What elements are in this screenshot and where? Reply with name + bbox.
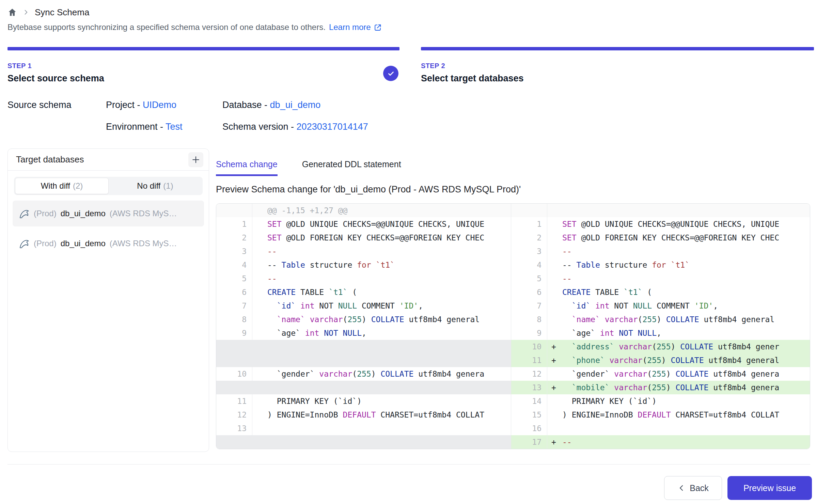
code-line: `name` varchar(255) COLLATE utf8mb4_gene… <box>562 315 810 324</box>
line-number <box>511 204 547 217</box>
diff-row: 3-- <box>511 245 810 258</box>
learn-more-link[interactable]: Learn more <box>329 22 382 32</box>
diff-sign: + <box>547 438 562 446</box>
code-line: `address` varchar(255) COLLATE utf8mb4_g… <box>562 342 810 351</box>
line-number <box>216 353 252 367</box>
tab-schema-change[interactable]: Schema change <box>216 159 278 176</box>
code-line: `id` int NOT NULL COMMENT 'ID', <box>562 301 810 310</box>
line-number: 3 <box>511 245 547 258</box>
diff-row: 4-- Table structure for `t1` <box>511 258 810 272</box>
code-line: -- <box>562 274 810 283</box>
line-number: 8 <box>511 313 547 326</box>
description-text: Bytebase supports synchronizing a specif… <box>7 22 326 32</box>
diff-row: 2SET @OLD_FOREIGN_KEY_CHECKS=@@FOREIGN_K… <box>216 231 511 245</box>
code-line: PRIMARY KEY (`id`) <box>267 397 511 406</box>
database-environment: (Prod) <box>34 209 57 218</box>
step-2: STEP 2 Select target databases <box>421 62 524 84</box>
diff-row: 11 PRIMARY KEY (`id`) <box>216 394 511 408</box>
diff-pane-new: 1SET @OLD_UNIQUE_CHECKS=@@UNIQUE_CHECKS,… <box>511 204 810 449</box>
line-number: 5 <box>511 272 547 285</box>
line-number: 17 <box>511 435 547 449</box>
page-description: Bytebase supports synchronizing a specif… <box>7 22 382 32</box>
code-line: SET @OLD_UNIQUE_CHECKS=@@UNIQUE_CHECKS, … <box>267 220 511 229</box>
diff-row: 17+-- <box>511 435 810 449</box>
diff-sign: + <box>547 356 562 365</box>
code-line: `gender` varchar(255) COLLATE utf8mb4_ge… <box>562 369 810 378</box>
line-number: 5 <box>216 272 252 285</box>
step1-progress-bar <box>7 47 399 50</box>
diff-row: 16 <box>511 422 810 435</box>
check-icon <box>387 69 395 78</box>
source-schema-label: Source schema <box>7 100 72 110</box>
diff-row: 8 `name` varchar(255) COLLATE utf8mb4_ge… <box>216 313 511 326</box>
database-list-item[interactable]: (Prod) db_ui_demo (AWS RDS MyS… <box>13 201 204 226</box>
code-line: CREATE TABLE `t1` ( <box>267 288 511 297</box>
code-line: CREATE TABLE `t1` ( <box>562 288 810 297</box>
code-line: @@ -1,15 +1,27 @@ <box>267 206 511 215</box>
database-name: db_ui_demo <box>61 209 106 218</box>
step1-title: Select source schema <box>7 73 399 84</box>
field-schema-version: Schema version - 20230317014147 <box>222 122 368 132</box>
line-number: 12 <box>216 408 252 422</box>
sync-schema-page: Sync Schema Bytebase supports synchroniz… <box>0 0 816 504</box>
line-number: 6 <box>511 285 547 299</box>
project-link[interactable]: UIDemo <box>143 100 176 110</box>
database-list-item[interactable]: (Prod) db_ui_demo (AWS RDS MyS… <box>13 231 204 256</box>
schema-diff-viewer[interactable]: @@ -1,15 +1,27 @@1SET @OLD_UNIQUE_CHECKS… <box>216 203 810 449</box>
step2-title: Select target databases <box>421 73 524 84</box>
home-icon[interactable] <box>7 7 17 17</box>
diff-row: @@ -1,15 +1,27 @@ <box>216 204 511 217</box>
footer-divider <box>7 464 810 464</box>
diff-row <box>216 353 511 367</box>
tab-generated-ddl[interactable]: Generated DDL statement <box>302 159 401 176</box>
line-number: 2 <box>511 231 547 245</box>
plus-icon <box>191 155 201 164</box>
mysql-icon <box>19 208 30 219</box>
environment-link[interactable]: Test <box>166 122 183 132</box>
diff-row: 4-- Table structure for `t1` <box>216 258 511 272</box>
diff-row: 12) ENGINE=InnoDB DEFAULT CHARSET=utf8mb… <box>216 408 511 422</box>
line-number: 1 <box>216 217 252 231</box>
diff-row: 8 `name` varchar(255) COLLATE utf8mb4_ge… <box>511 313 810 326</box>
diff-pane-old: @@ -1,15 +1,27 @@1SET @OLD_UNIQUE_CHECKS… <box>216 204 511 449</box>
line-number: 10 <box>216 367 252 381</box>
step-1: STEP 1 Select source schema <box>7 62 399 84</box>
schema-version-link[interactable]: 20230317014147 <box>297 122 368 132</box>
database-environment: (Prod) <box>34 239 57 248</box>
diff-row: 5-- <box>216 272 511 285</box>
tab-with-diff[interactable]: With diff (2) <box>15 178 109 194</box>
code-line: `age` int NOT NULL, <box>267 329 511 337</box>
diff-row: 6CREATE TABLE `t1` ( <box>216 285 511 299</box>
code-line: -- <box>562 438 810 446</box>
back-button[interactable]: Back <box>664 476 722 500</box>
line-number: 7 <box>216 299 252 313</box>
code-line: SET @OLD_UNIQUE_CHECKS=@@UNIQUE_CHECKS, … <box>562 220 810 229</box>
diff-row <box>511 204 810 217</box>
code-line: -- Table structure for `t1` <box>267 261 511 269</box>
line-number <box>216 204 252 217</box>
tab-no-diff[interactable]: No diff (1) <box>109 178 202 194</box>
target-database-list: (Prod) db_ui_demo (AWS RDS MyS… (Prod) d… <box>13 201 204 256</box>
line-number: 4 <box>511 258 547 272</box>
breadcrumb: Sync Schema <box>7 5 89 20</box>
code-line: `phone` varchar(255) COLLATE utf8mb4_gen… <box>562 356 810 365</box>
database-link[interactable]: db_ui_demo <box>270 100 321 110</box>
code-line: `id` int NOT NULL COMMENT 'ID', <box>267 301 511 310</box>
add-target-database-button[interactable] <box>188 152 203 167</box>
diff-row: 9 `age` int NOT NULL, <box>511 326 810 340</box>
target-databases-title: Target databases <box>16 154 84 165</box>
line-number: 9 <box>511 326 547 340</box>
code-line: PRIMARY KEY (`id`) <box>562 397 810 406</box>
no-diff-count: (1) <box>163 181 173 191</box>
diff-row <box>216 435 511 449</box>
preview-issue-button[interactable]: Preview issue <box>727 476 812 500</box>
target-databases-header: Target databases <box>8 149 209 171</box>
preview-tabs: Schema change Generated DDL statement <box>216 159 401 176</box>
database-instance: (AWS RDS MyS… <box>110 209 177 218</box>
diff-row: 12 `gender` varchar(255) COLLATE utf8mb4… <box>511 367 810 381</box>
external-link-icon <box>374 23 382 32</box>
diff-row: 1SET @OLD_UNIQUE_CHECKS=@@UNIQUE_CHECKS,… <box>511 217 810 231</box>
line-number: 12 <box>511 367 547 381</box>
line-number: 14 <box>511 394 547 408</box>
target-databases-panel: Target databases With diff (2) No diff (… <box>7 148 209 452</box>
